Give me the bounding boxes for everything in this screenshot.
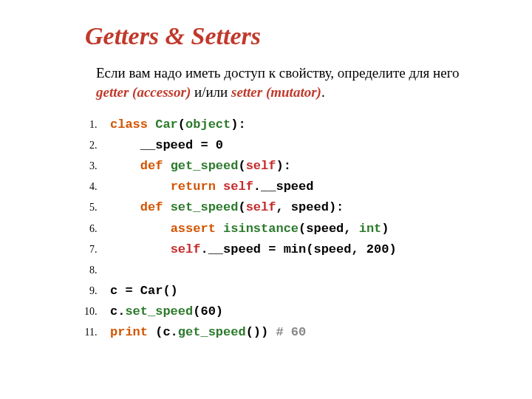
code-line: self.__speed = min(speed, 200) [100,239,495,260]
description: Если вам надо иметь доступ к свойству, о… [96,64,466,101]
slide: Getters & Setters Если вам надо иметь до… [0,0,532,358]
desc-highlight-setter: setter (mutator) [231,84,321,100]
code-line: def set_speed(self, speed): [100,197,495,218]
code-line: return self.__speed [100,177,495,197]
desc-text-1: Если вам надо иметь доступ к свойству, о… [96,65,460,81]
code-line: def get_speed(self): [100,156,495,177]
slide-title: Getters & Setters [85,22,495,50]
code-line: class Car(object): [100,115,495,135]
code-line: __speed = 0 [100,135,495,156]
desc-text-2: и/или [191,84,231,100]
code-line: c.set_speed(60) [100,301,495,322]
code-line: print (c.get_speed()) # 60 [100,322,495,343]
code-line: c = Car() [100,281,495,301]
desc-text-3: . [321,84,325,100]
code-block: class Car(object): __speed = 0 def get_s… [59,115,495,343]
code-line: assert isinstance(speed, int) [100,219,495,239]
code-line [100,260,495,281]
desc-highlight-getter: getter (accessor) [96,84,191,100]
